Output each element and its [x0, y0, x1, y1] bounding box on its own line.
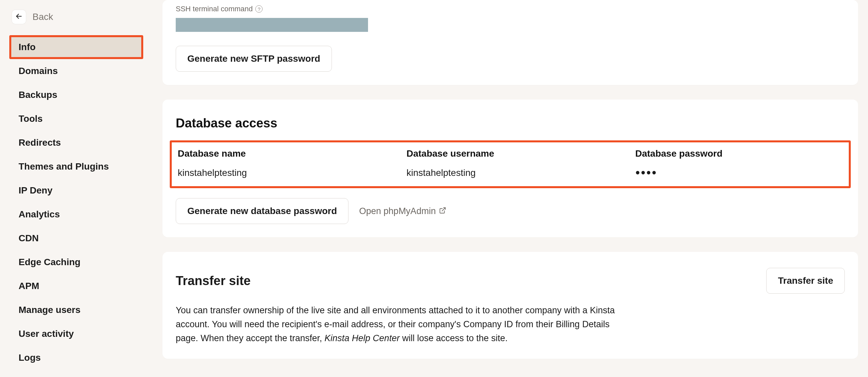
sidebar-item-label: Edge Caching: [19, 257, 81, 267]
database-credentials-highlight: Database name kinstahelptesting Database…: [170, 140, 851, 188]
sidebar-item-logs[interactable]: Logs: [0, 346, 153, 370]
sidebar-nav: Info Domains Backups Tools Redirects The…: [0, 34, 153, 370]
sidebar-item-label: Analytics: [19, 209, 60, 220]
sidebar-item-info[interactable]: Info: [9, 35, 143, 59]
main-content: SSH terminal command ? Generate new SFTP…: [153, 0, 868, 377]
sidebar-item-user-activity[interactable]: User activity: [0, 322, 153, 346]
transfer-site-description: You can transfer ownership of the live s…: [176, 304, 627, 346]
sidebar-item-label: Info: [19, 42, 35, 52]
sidebar-item-themes-plugins[interactable]: Themes and Plugins: [0, 155, 153, 178]
database-password-value: ●●●●: [635, 168, 843, 177]
back-button[interactable]: [12, 10, 26, 24]
database-access-title: Database access: [176, 99, 845, 130]
sftp-card: SSH terminal command ? Generate new SFTP…: [162, 0, 858, 85]
sidebar-item-label: Domains: [19, 66, 58, 76]
database-username-label: Database username: [406, 148, 635, 159]
text-segment: will lose access to the site.: [400, 333, 507, 343]
ssh-command-label: SSH terminal command: [176, 5, 253, 13]
sidebar-item-label: CDN: [19, 233, 39, 243]
sidebar-item-label: Redirects: [19, 137, 61, 148]
database-access-card: Database access Database name kinstahelp…: [162, 99, 858, 237]
database-password-label: Database password: [635, 148, 843, 159]
ssh-command-value-redacted[interactable]: [176, 18, 368, 32]
generate-sftp-password-button[interactable]: Generate new SFTP password: [176, 46, 332, 72]
sidebar-item-label: Tools: [19, 114, 43, 124]
database-username-value: kinstahelptesting: [406, 168, 635, 178]
sidebar-item-label: Logs: [19, 352, 41, 363]
svg-line-1: [442, 207, 445, 211]
external-link-icon: [439, 206, 446, 216]
generate-db-password-button[interactable]: Generate new database password: [176, 198, 348, 224]
sidebar-item-backups[interactable]: Backups: [0, 83, 153, 107]
open-phpmyadmin-link[interactable]: Open phpMyAdmin: [359, 206, 446, 216]
sidebar-item-label: APM: [19, 281, 39, 291]
sidebar-item-label: IP Deny: [19, 185, 52, 196]
transfer-site-card: Transfer site Transfer site You can tran…: [162, 252, 858, 359]
button-label: Transfer site: [778, 276, 833, 286]
sidebar-item-manage-users[interactable]: Manage users: [0, 298, 153, 322]
sidebar-item-label: Manage users: [19, 304, 81, 315]
arrow-left-icon: [15, 12, 23, 21]
sidebar-item-apm[interactable]: APM: [0, 274, 153, 298]
back-label: Back: [32, 11, 53, 22]
database-name-value: kinstahelptesting: [178, 168, 406, 178]
sidebar-item-label: Backups: [19, 90, 57, 100]
database-name-label: Database name: [178, 148, 406, 159]
transfer-site-button[interactable]: Transfer site: [766, 268, 845, 294]
sidebar: Back Info Domains Backups Tools Redirect…: [0, 0, 153, 377]
sidebar-item-redirects[interactable]: Redirects: [0, 131, 153, 155]
sidebar-item-edge-caching[interactable]: Edge Caching: [0, 250, 153, 274]
link-label: Open phpMyAdmin: [359, 206, 436, 216]
sidebar-item-domains[interactable]: Domains: [0, 59, 153, 83]
button-label: Generate new database password: [187, 206, 337, 216]
sidebar-item-analytics[interactable]: Analytics: [0, 202, 153, 226]
button-label: Generate new SFTP password: [187, 53, 320, 64]
sidebar-item-label: User activity: [19, 328, 74, 339]
sidebar-item-label: Themes and Plugins: [19, 161, 109, 172]
help-icon[interactable]: ?: [255, 5, 262, 12]
transfer-site-title: Transfer site: [176, 274, 251, 288]
sidebar-item-cdn[interactable]: CDN: [0, 226, 153, 250]
text-segment-emphasis: Kinsta Help Center: [324, 333, 400, 343]
sidebar-item-ip-deny[interactable]: IP Deny: [0, 178, 153, 202]
sidebar-item-tools[interactable]: Tools: [0, 107, 153, 131]
